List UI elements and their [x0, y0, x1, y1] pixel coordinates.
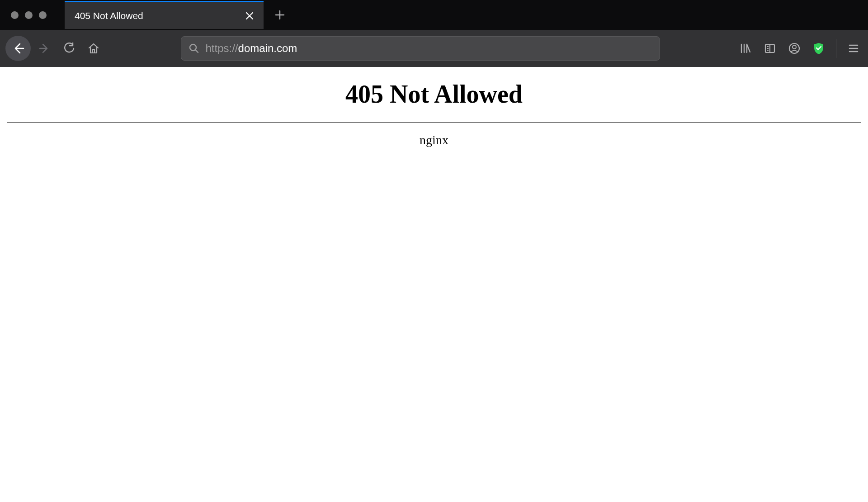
toolbar-separator [836, 39, 836, 58]
address-bar[interactable]: https://domain.com [181, 36, 660, 61]
shield-icon [813, 42, 825, 55]
reload-button[interactable] [59, 38, 80, 59]
home-button[interactable] [83, 38, 104, 59]
account-icon [788, 43, 800, 54]
page-content: 405 Not Allowed nginx [0, 67, 868, 147]
window-controls [0, 11, 65, 19]
menu-button[interactable] [844, 39, 863, 57]
arrow-right-icon [39, 43, 50, 54]
library-button[interactable] [736, 39, 755, 57]
browser-tab[interactable]: 405 Not Allowed [65, 1, 264, 29]
error-heading: 405 Not Allowed [0, 80, 868, 109]
library-icon [740, 43, 751, 54]
address-bar-container: https://domain.com [108, 36, 733, 61]
account-button[interactable] [785, 39, 803, 57]
browser-toolbar: https://domain.com [0, 30, 868, 67]
window-minimize-button[interactable] [25, 11, 33, 19]
server-name: nginx [0, 133, 868, 147]
close-icon [245, 12, 254, 20]
sidebar-button[interactable] [761, 39, 779, 57]
url-text: https://domain.com [206, 42, 297, 55]
browser-chrome: 405 Not Allowed https://domain.com [0, 0, 868, 67]
plus-icon [275, 10, 285, 20]
toolbar-right [736, 39, 863, 58]
svg-point-4 [793, 45, 796, 49]
hamburger-icon [848, 43, 859, 54]
window-maximize-button[interactable] [39, 11, 47, 19]
divider [7, 122, 861, 123]
window-close-button[interactable] [11, 11, 19, 19]
back-button[interactable] [5, 36, 31, 61]
tab-strip: 405 Not Allowed [0, 0, 868, 30]
sidebar-icon [764, 43, 776, 54]
tab-title: 405 Not Allowed [75, 10, 238, 21]
tab-close-button[interactable] [244, 10, 255, 22]
shield-button[interactable] [810, 39, 828, 57]
url-protocol: https:// [206, 42, 238, 55]
new-tab-button[interactable] [270, 5, 290, 25]
search-icon [189, 43, 199, 54]
url-domain: domain.com [238, 42, 297, 55]
home-icon [88, 43, 99, 54]
forward-button[interactable] [34, 38, 55, 59]
reload-icon [63, 43, 75, 54]
arrow-left-icon [12, 42, 24, 55]
